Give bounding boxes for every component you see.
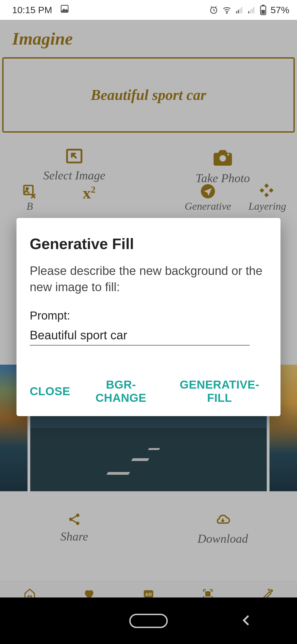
wifi-icon — [222, 5, 232, 15]
battery-icon — [260, 5, 267, 15]
prompt-label: Prompt: — [30, 309, 267, 322]
svg-rect-3 — [236, 11, 237, 13]
generative-fill-button[interactable]: GENERATIVE-FILL — [172, 378, 267, 405]
signal-icon — [235, 6, 244, 14]
status-time: 10:15 PM — [12, 5, 52, 15]
svg-rect-5 — [240, 9, 241, 13]
svg-rect-10 — [253, 7, 254, 13]
svg-rect-8 — [250, 10, 251, 13]
system-back-button[interactable] — [239, 613, 253, 628]
generative-fill-dialog: Generative Fill Please describe the new … — [16, 218, 280, 416]
svg-rect-4 — [238, 10, 239, 13]
system-nav-bar — [0, 597, 297, 644]
svg-rect-9 — [252, 9, 253, 13]
svg-point-2 — [227, 13, 227, 13]
system-home-button[interactable] — [129, 614, 168, 628]
bgr-change-button[interactable]: BGR-CHANGE — [84, 378, 158, 405]
close-button[interactable]: CLOSE — [30, 378, 70, 405]
dialog-description: Please describe the new background or th… — [30, 263, 267, 295]
status-bar: 10:15 PM 57% — [0, 0, 297, 20]
dialog-title: Generative Fill — [30, 235, 267, 253]
svg-rect-12 — [262, 5, 265, 6]
battery-pct: 57% — [271, 5, 289, 15]
svg-rect-7 — [248, 11, 249, 13]
signal2-icon — [248, 6, 256, 14]
svg-rect-13 — [262, 10, 265, 14]
alarm-icon — [209, 5, 218, 15]
prompt-input[interactable] — [30, 327, 250, 346]
image-icon — [60, 4, 69, 16]
svg-rect-6 — [241, 7, 242, 13]
